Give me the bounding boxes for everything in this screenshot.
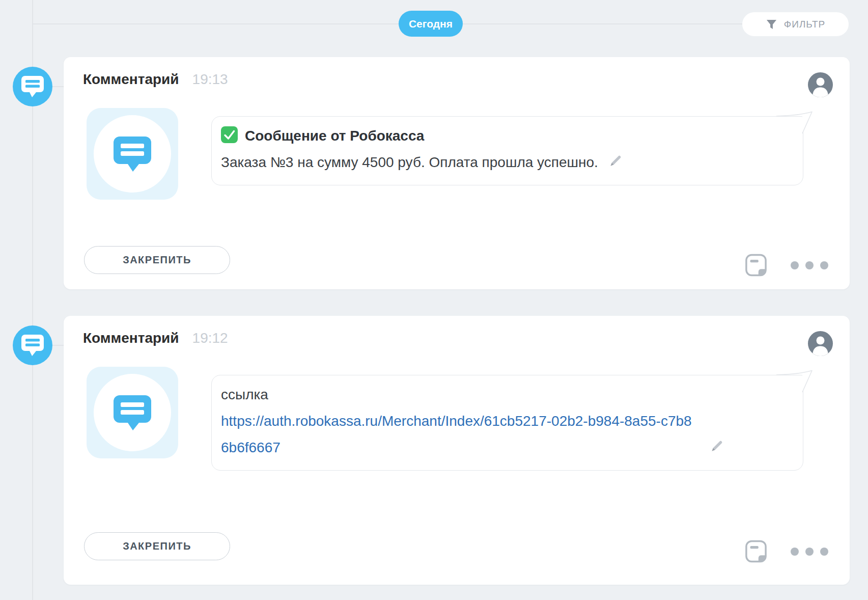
date-separator-badge: Сегодня [399,11,463,37]
comment-type-thumbnail [87,108,178,200]
message-title: Сообщение от Робокасса [245,128,424,144]
chat-bubble-icon [21,75,44,98]
comment-card: Комментарий 19:12 ссылка https://auth.ro [64,316,850,585]
message-link-row: https://auth.robokassa.ru/Merchant/Index… [221,408,772,462]
comment-card: Комментарий 19:13 Со [64,57,850,289]
pin-button[interactable]: ЗАКРЕПИТЬ [84,532,230,560]
payment-link[interactable]: https://auth.robokassa.ru/Merchant/Index… [221,408,699,461]
more-options-icon[interactable] [791,548,828,556]
card-actions [745,540,828,563]
message-text-row: Заказа №3 на сумму 4500 руб. Оплата прош… [221,149,772,177]
card-timestamp: 19:12 [192,330,228,346]
filter-label: ФИЛЬТР [784,19,825,30]
comment-type-thumbnail [87,367,178,458]
timeline-horizontal-line [33,23,743,24]
checkmark-icon [221,126,238,143]
chat-bubble-icon [21,334,44,357]
thumbnail-circle [94,115,171,193]
filter-button[interactable]: ФИЛЬТР [742,12,849,36]
message-text: ссылка [221,387,268,402]
message-text-row: ссылка [221,381,772,408]
user-avatar-icon [808,331,833,356]
bubble-tail [776,111,813,136]
card-actions [745,254,828,277]
pin-button[interactable]: ЗАКРЕПИТЬ [84,246,230,274]
user-avatar-icon [808,72,833,97]
note-icon[interactable] [745,540,767,563]
timeline-comment-marker [13,67,52,106]
timeline-comment-marker [13,325,52,365]
message-bubble: ссылка https://auth.robokassa.ru/Merchan… [211,375,803,471]
message-text: Заказа №3 на сумму 4500 руб. Оплата прош… [221,154,598,170]
message-bubble: Сообщение от Робокасса Заказа №3 на сумм… [211,116,803,185]
filter-funnel-icon [766,18,777,30]
more-options-icon[interactable] [791,261,828,269]
card-type-label: Комментарий [83,330,179,346]
note-icon[interactable] [745,254,767,277]
activity-feed: { "timeline": { "date_badge": "Сегодня",… [0,0,868,600]
chat-bubble-icon [113,394,152,431]
edit-pencil-icon[interactable] [608,150,622,177]
edit-pencil-icon[interactable] [710,435,723,462]
message-title-row: Сообщение от Робокасса [221,123,772,149]
card-header: Комментарий 19:12 [83,330,228,346]
chat-bubble-icon [113,135,152,172]
card-header: Комментарий 19:13 [83,71,228,88]
bubble-tail [776,369,813,395]
thumbnail-circle [94,374,171,451]
card-timestamp: 19:13 [192,71,228,88]
card-type-label: Комментарий [83,71,179,88]
